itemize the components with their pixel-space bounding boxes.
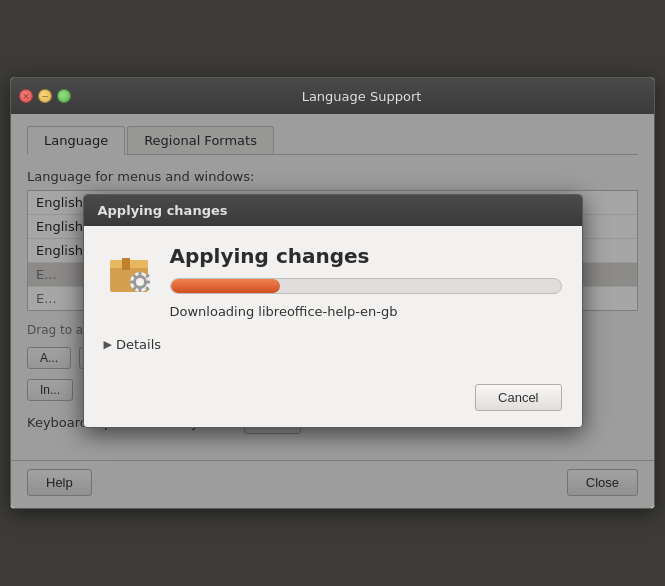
details-arrow-icon: ▶ — [104, 338, 112, 351]
main-window: × − Language Support Language Regional F… — [10, 77, 655, 509]
applying-changes-dialog: Applying changes — [83, 194, 583, 428]
details-toggle[interactable]: ▶ Details — [104, 337, 562, 352]
package-icon-svg — [104, 244, 156, 296]
download-status-text: Downloading libreoffice-help-en-gb — [170, 304, 562, 319]
dialog-heading: Applying changes — [170, 244, 562, 268]
window-content-area: Language Regional Formats Language for m… — [11, 114, 654, 508]
details-label: Details — [116, 337, 161, 352]
progress-bar-fill — [171, 279, 280, 293]
package-icon — [104, 244, 156, 296]
svg-rect-8 — [130, 281, 134, 284]
maximize-window-button[interactable] — [57, 89, 71, 103]
window-controls: × − — [19, 89, 71, 103]
dialog-body: Applying changes Downloading libreoffice… — [84, 226, 582, 384]
dialog-titlebar: Applying changes — [84, 195, 582, 226]
svg-point-5 — [136, 278, 144, 286]
titlebar: × − Language Support — [11, 78, 654, 114]
dialog-header-row: Applying changes Downloading libreoffice… — [104, 244, 562, 325]
progress-bar-container — [170, 278, 562, 294]
svg-rect-7 — [138, 288, 141, 292]
minimize-window-button[interactable]: − — [38, 89, 52, 103]
cancel-button[interactable]: Cancel — [475, 384, 561, 411]
svg-rect-9 — [146, 281, 150, 284]
modal-overlay: Applying changes — [11, 114, 654, 508]
dialog-footer: Cancel — [84, 384, 582, 427]
svg-rect-6 — [138, 272, 141, 276]
dialog-text-area: Applying changes Downloading libreoffice… — [170, 244, 562, 325]
close-window-button[interactable]: × — [19, 89, 33, 103]
window-title: Language Support — [77, 89, 646, 104]
svg-rect-2 — [122, 258, 130, 270]
